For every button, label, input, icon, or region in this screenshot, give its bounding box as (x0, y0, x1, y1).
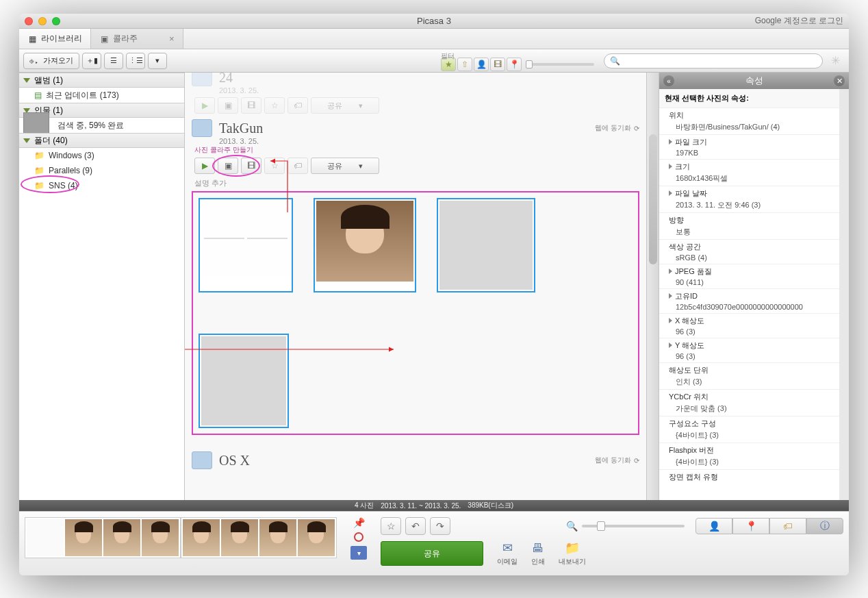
export-button[interactable]: 📁 내보내기 (559, 540, 586, 566)
properties-scrollbar[interactable] (839, 89, 849, 500)
property-value: 12b5c4fd309070e0000000000000000 (669, 303, 834, 311)
play-slideshow-button[interactable]: ▶ (194, 97, 215, 114)
content-scrollbar[interactable] (646, 73, 659, 500)
photo-thumbnail[interactable] (199, 334, 289, 428)
view-menu-button[interactable]: ▾ (148, 53, 167, 69)
property-row[interactable]: X 해상도96 (3) (659, 313, 839, 338)
share-dropdown[interactable]: 공유▾ (311, 97, 379, 114)
zoom-slider[interactable] (582, 525, 685, 527)
email-button[interactable]: ✉ 이메일 (497, 540, 518, 566)
sidebar-folder-parallels[interactable]: 📁 Parallels (9) (19, 163, 184, 178)
folder-large-icon[interactable] (192, 119, 212, 137)
properties-list: 현재 선택한 사진의 속성: 위치바탕화면/Business/TakGun/ (… (659, 89, 839, 500)
filter-geo-button[interactable]: 📍 (507, 58, 522, 71)
property-key: 장면 캡처 유형 (669, 473, 718, 481)
property-row[interactable]: 파일 크기197KB (659, 134, 839, 159)
sidebar-section-folders[interactable]: 폴더 (40) (19, 133, 184, 148)
sidebar-item-recent-updates[interactable]: ▤ 최근 업데이트 (173) (19, 88, 184, 103)
album-title: 24 (219, 73, 233, 86)
tags-tab[interactable]: 🏷 (769, 518, 806, 534)
property-row[interactable]: JPEG 품질90 (411) (659, 264, 839, 288)
add-description-field[interactable]: 설명 추가 (194, 178, 639, 188)
property-value: 보통 (669, 227, 834, 237)
photo-tray[interactable] (181, 517, 337, 558)
sidebar: 앨범 (1) ▤ 최근 업데이트 (173) 인물 (1) 검색 중, 59% … (19, 73, 185, 500)
share-button[interactable]: 공유 (381, 541, 483, 566)
photo-thumbnail[interactable] (437, 198, 535, 292)
photo-thumbnail[interactable] (199, 198, 293, 292)
disclosure-icon (669, 293, 672, 299)
search-input[interactable]: 🔍 (604, 53, 823, 68)
star-toggle-button[interactable]: ☆ (381, 517, 401, 535)
collapse-panel-button[interactable]: « (663, 75, 674, 86)
filter-upload-button[interactable]: ⇧ (457, 58, 472, 71)
filter-slider[interactable] (526, 63, 594, 66)
photo-thumbnail[interactable] (314, 198, 416, 292)
tag-button[interactable]: 🏷 (288, 158, 308, 174)
tag-button[interactable]: 🏷 (288, 97, 308, 114)
filter-movies-button[interactable]: 🎞 (490, 58, 505, 71)
tab-close-icon[interactable]: × (169, 34, 175, 44)
folder-large-icon[interactable] (192, 451, 212, 469)
view-tree-button[interactable]: ⋮☰ (126, 53, 145, 69)
clear-tray-button[interactable] (354, 532, 363, 542)
property-value: 197KB (669, 149, 834, 157)
property-value: 가운데 맞춤 (3) (669, 403, 834, 414)
tab-strip: ▦ 라이브러리 ▣ 콜라주 × (19, 29, 849, 49)
geo-tag-tab[interactable]: 📍 (732, 518, 769, 534)
sidebar-folder-windows[interactable]: 📁 Windows (3) (19, 148, 184, 163)
web-sync-toggle[interactable]: 웹에 동기화 ⟳ (595, 456, 639, 465)
rotate-right-button[interactable]: ↷ (430, 517, 450, 535)
tab-collage[interactable]: ▣ 콜라주 × (91, 29, 183, 49)
info-tab[interactable]: ⓘ (806, 518, 843, 534)
property-value: {4바이트} (3) (669, 430, 834, 440)
star-button[interactable]: ☆ (264, 158, 285, 174)
sidebar-folder-sns[interactable]: 📁 SNS (4) (19, 178, 184, 193)
hold-tray-button[interactable]: ▾ (350, 546, 367, 560)
property-row[interactable]: 고유ID12b5c4fd309070e0000000000000000 (659, 288, 839, 313)
property-row[interactable]: Y 해상도96 (3) (659, 338, 839, 362)
sidebar-item-people-scan[interactable]: 검색 중, 59% 완료 (19, 118, 184, 133)
property-key: 크기 (675, 162, 690, 171)
new-album-button[interactable]: ＋▮ (82, 53, 101, 69)
rotate-left-button[interactable]: ↶ (405, 517, 426, 535)
main-toolbar: ⎆▸ 가져오기 ＋▮ ☰ ⋮☰ ▾ 필터 ★ ⇧ 👤 🎞 📍 🔍 ✳ (19, 49, 849, 73)
collage-icon: ▣ (99, 34, 109, 44)
album-title[interactable]: OS X (219, 453, 250, 469)
property-key: 파일 날짜 (675, 189, 707, 197)
sidebar-item-label: 검색 중, 59% 완료 (58, 120, 124, 132)
print-icon: 🖶 (532, 541, 544, 556)
property-value: 인치 (3) (669, 377, 834, 387)
close-panel-button[interactable]: ✕ (834, 75, 845, 86)
property-row[interactable]: 크기1680x1436픽셀 (659, 159, 839, 186)
tab-label: 콜라주 (113, 33, 138, 45)
print-button[interactable]: 🖶 인쇄 (531, 541, 545, 566)
import-icon: ⎆▸ (29, 57, 39, 65)
photo-tray-panel: 📌 ▾ ☆ ↶ ↷ 🔍 👤 📍 🏷 ⓘ 공 (19, 511, 849, 575)
star-button[interactable]: ☆ (264, 97, 285, 114)
property-row: 색상 공간sRGB (4) (659, 239, 839, 264)
thumbnail-grid (192, 191, 639, 435)
movie-button[interactable]: 🎞 (241, 97, 261, 114)
status-bar: 4 사진 2013. 3. 11. ~ 2013. 3. 25. 389KB(디… (19, 500, 849, 511)
web-sync-toggle[interactable]: 웹에 동기화 ⟳ (595, 123, 639, 133)
action-label: 이메일 (497, 557, 518, 566)
view-list-button[interactable]: ☰ (104, 53, 123, 69)
sidebar-section-albums[interactable]: 앨범 (1) (19, 73, 184, 88)
movie-button[interactable]: 🎞 (241, 158, 261, 174)
share-dropdown[interactable]: 공유▾ (311, 158, 379, 174)
collage-button[interactable]: ▣ (218, 97, 238, 114)
import-button[interactable]: ⎆▸ 가져오기 (23, 53, 79, 69)
photo-tray[interactable] (25, 517, 181, 558)
property-row[interactable]: 파일 날짜2013. 3. 11. 오전 9:46 (3) (659, 186, 839, 212)
tab-library[interactable]: ▦ 라이브러리 (19, 29, 91, 49)
folder-icon: 📁 (34, 166, 44, 175)
album-title[interactable]: TakGun (219, 121, 263, 136)
play-slideshow-button[interactable]: ▶ (194, 158, 215, 174)
property-row: YCbCr 위치가운데 맞춤 (3) (659, 389, 839, 416)
pin-tray-button[interactable]: 📌 (353, 517, 365, 528)
filter-faces-button[interactable]: 👤 (474, 58, 489, 71)
collage-button[interactable]: ▣ (218, 158, 238, 174)
disclosure-icon (669, 342, 672, 348)
people-tag-tab[interactable]: 👤 (695, 518, 732, 534)
